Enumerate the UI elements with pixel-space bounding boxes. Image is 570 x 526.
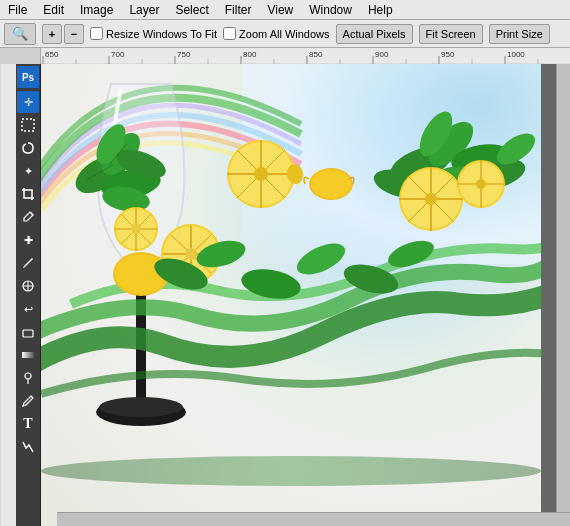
svg-point-96 xyxy=(239,265,303,303)
marquee-icon xyxy=(21,118,35,132)
menu-filter[interactable]: Filter xyxy=(221,2,256,18)
tool-text[interactable]: T xyxy=(17,413,39,435)
tool-pathselect[interactable] xyxy=(17,436,39,458)
menu-layer[interactable]: Layer xyxy=(125,2,163,18)
ps-logo: Ps xyxy=(17,66,39,88)
resize-windows-label[interactable]: Resize Windows To Fit xyxy=(90,27,217,40)
main-area: Ps ✛ ✦ ✚ ↩ xyxy=(0,64,570,526)
lasso-icon xyxy=(21,141,35,155)
clone-icon xyxy=(21,279,35,293)
resize-windows-checkbox[interactable] xyxy=(90,27,103,40)
svg-text:700: 700 xyxy=(111,50,125,59)
crop-icon xyxy=(21,187,35,201)
svg-point-88 xyxy=(425,193,437,205)
tool-pen[interactable] xyxy=(17,390,39,412)
vruler-svg xyxy=(0,64,16,526)
svg-rect-33 xyxy=(23,330,33,337)
magnify-icon: 🔍 xyxy=(12,26,28,41)
menu-window[interactable]: Window xyxy=(305,2,356,18)
tool-gradient[interactable] xyxy=(17,344,39,366)
svg-point-93 xyxy=(476,179,486,189)
fit-screen-btn[interactable]: Fit Screen xyxy=(419,24,483,44)
brush-icon xyxy=(21,256,35,270)
svg-point-95 xyxy=(194,236,249,272)
tool-eraser[interactable] xyxy=(17,321,39,343)
menu-select[interactable]: Select xyxy=(171,2,212,18)
svg-rect-28 xyxy=(22,119,34,131)
svg-point-35 xyxy=(25,373,31,379)
scrollbar-vertical[interactable] xyxy=(556,64,570,512)
ruler-row: 650 700 750 800 850 900 950 xyxy=(0,48,570,64)
actual-pixels-btn[interactable]: Actual Pixels xyxy=(336,24,413,44)
zoom-all-text: Zoom All Windows xyxy=(239,28,329,40)
svg-text:650: 650 xyxy=(45,50,59,59)
dodge-icon xyxy=(21,371,35,385)
svg-point-97 xyxy=(292,237,349,281)
svg-text:950: 950 xyxy=(441,50,455,59)
zoom-in-btn[interactable]: + xyxy=(42,24,62,44)
menu-bar: File Edit Image Layer Select Filter View… xyxy=(0,0,570,20)
scrollbar-horizontal[interactable] xyxy=(57,512,570,526)
svg-point-71 xyxy=(131,224,141,234)
svg-text:750: 750 xyxy=(177,50,191,59)
svg-text:800: 800 xyxy=(243,50,257,59)
gradient-icon xyxy=(21,348,35,362)
svg-point-99 xyxy=(385,235,438,272)
bottom-green-band xyxy=(41,456,541,486)
canvas-area[interactable] xyxy=(41,64,570,526)
tool-lasso[interactable] xyxy=(17,137,39,159)
tool-history[interactable]: ↩ xyxy=(17,298,39,320)
tool-dodge[interactable] xyxy=(17,367,39,389)
tool-eyedropper[interactable] xyxy=(17,206,39,228)
zoom-all-checkbox[interactable] xyxy=(223,27,236,40)
menu-file[interactable]: File xyxy=(4,2,31,18)
tool-brush[interactable] xyxy=(17,252,39,274)
mint-scattered-svg xyxy=(141,214,441,364)
zoom-all-label[interactable]: Zoom All Windows xyxy=(223,27,329,40)
resize-windows-text: Resize Windows To Fit xyxy=(106,28,217,40)
canvas-content xyxy=(41,64,541,526)
svg-point-78 xyxy=(254,167,268,181)
pathselect-icon xyxy=(21,440,35,454)
svg-rect-26 xyxy=(0,64,16,526)
tool-clone[interactable] xyxy=(17,275,39,297)
ruler-svg: 650 700 750 800 850 900 950 xyxy=(41,48,570,64)
menu-image[interactable]: Image xyxy=(76,2,117,18)
pen-icon xyxy=(21,394,35,408)
tool-marquee[interactable] xyxy=(17,114,39,136)
horizontal-ruler: 650 700 750 800 850 900 950 xyxy=(41,48,570,64)
svg-line-29 xyxy=(31,213,33,215)
zoom-out-btn[interactable]: − xyxy=(64,24,84,44)
menu-view[interactable]: View xyxy=(263,2,297,18)
tool-crop[interactable] xyxy=(17,183,39,205)
svg-text:850: 850 xyxy=(309,50,323,59)
menu-edit[interactable]: Edit xyxy=(39,2,68,18)
tool-move[interactable]: ✛ xyxy=(17,91,39,113)
options-bar: 🔍 + − Resize Windows To Fit Zoom All Win… xyxy=(0,20,570,48)
ruler-corner xyxy=(0,48,41,64)
toolbox: Ps ✛ ✦ ✚ ↩ xyxy=(16,64,41,526)
tool-wand[interactable]: ✦ xyxy=(17,160,39,182)
vertical-ruler xyxy=(0,64,16,526)
print-size-btn[interactable]: Print Size xyxy=(489,24,550,44)
svg-text:900: 900 xyxy=(375,50,389,59)
svg-rect-34 xyxy=(22,352,34,358)
svg-point-81 xyxy=(311,170,351,198)
tool-healing[interactable]: ✚ xyxy=(17,229,39,251)
menu-help[interactable]: Help xyxy=(364,2,397,18)
zoom-tool-btn[interactable]: 🔍 xyxy=(4,23,36,45)
eyedropper-icon xyxy=(21,210,35,224)
eraser-icon xyxy=(21,325,35,339)
svg-text:1000: 1000 xyxy=(507,50,525,59)
